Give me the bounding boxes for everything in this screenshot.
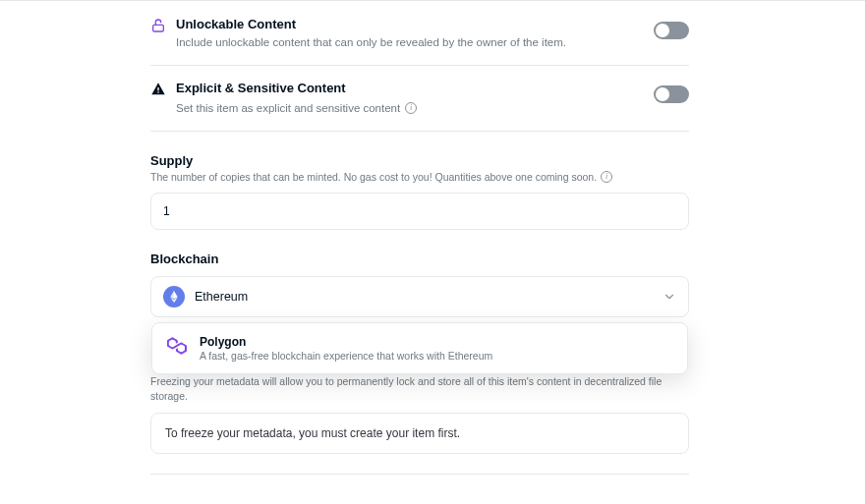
blockchain-select[interactable]: Ethereum Polygon A fast, gas-free blockc… bbox=[150, 276, 689, 317]
info-icon[interactable]: i bbox=[601, 171, 612, 183]
chevron-down-icon bbox=[663, 290, 676, 304]
option-desc: A fast, gas-free blockchain experience t… bbox=[200, 350, 492, 362]
ethereum-icon bbox=[163, 286, 185, 308]
blockchain-option-polygon[interactable]: Polygon A fast, gas-free blockchain expe… bbox=[152, 331, 687, 365]
unlockable-title: Unlockable Content bbox=[176, 16, 646, 33]
svg-rect-1 bbox=[157, 87, 158, 90]
blockchain-dropdown: Polygon A fast, gas-free blockchain expe… bbox=[151, 322, 688, 374]
blockchain-selected: Ethereum bbox=[195, 290, 653, 304]
explicit-desc: Set this item as explicit and sensitive … bbox=[176, 100, 400, 117]
unlockable-desc: Include unlockable content that can only… bbox=[176, 34, 646, 51]
explicit-toggle[interactable] bbox=[654, 85, 689, 103]
divider bbox=[150, 474, 689, 475]
supply-help: The number of copies that can be minted.… bbox=[150, 171, 597, 183]
blockchain-label: Blockchain bbox=[150, 252, 689, 266]
explicit-content-row: Explicit & Sensitive Content Set this it… bbox=[150, 66, 689, 131]
unlockable-toggle[interactable] bbox=[654, 22, 689, 39]
lock-icon bbox=[150, 16, 176, 33]
freeze-metadata-box: To freeze your metadata, you must create… bbox=[150, 413, 689, 454]
svg-rect-0 bbox=[153, 25, 164, 31]
freeze-help: Freezing your metadata will allow you to… bbox=[150, 374, 689, 403]
info-icon[interactable]: i bbox=[405, 102, 417, 114]
polygon-icon bbox=[166, 335, 188, 357]
supply-label: Supply bbox=[150, 153, 689, 168]
unlockable-content-row: Unlockable Content Include unlockable co… bbox=[150, 10, 689, 66]
svg-rect-2 bbox=[157, 92, 158, 93]
explicit-title: Explicit & Sensitive Content bbox=[176, 80, 646, 97]
option-name: Polygon bbox=[200, 335, 492, 349]
warning-icon bbox=[150, 80, 176, 97]
supply-input[interactable] bbox=[150, 193, 689, 230]
